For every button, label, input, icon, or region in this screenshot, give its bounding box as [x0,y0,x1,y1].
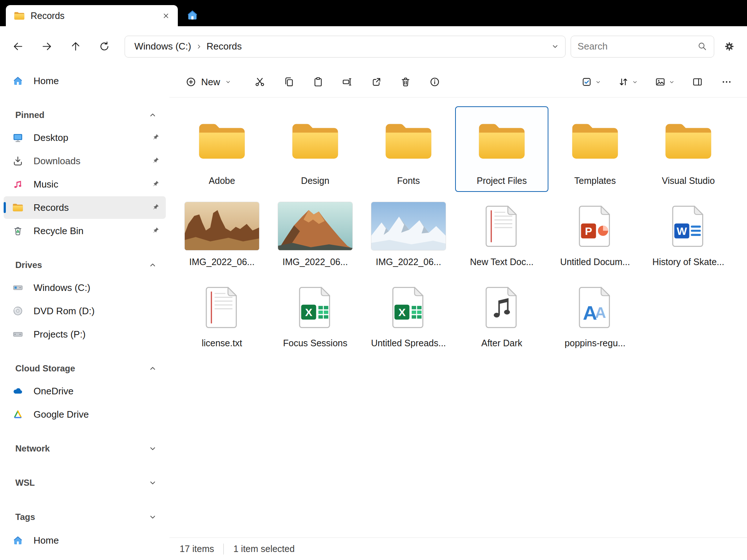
sidebar: Home Pinned Desktop Downloads Music Reco… [0,67,169,560]
file-tile[interactable]: IMG_2022_06... [175,195,269,273]
file-label: Fonts [397,176,420,186]
onedrive-icon [12,386,23,397]
forward-icon [41,41,52,52]
pin-icon [150,180,160,189]
file-tile[interactable]: IMG_2022_06... [269,195,362,273]
sidebar-item-records[interactable]: Records [4,196,166,219]
file-list: Adobe Design Fonts Project Files Templat… [169,98,747,537]
delete-button[interactable] [395,71,416,93]
chevron-down-icon [632,79,638,85]
file-tile-selected[interactable]: Project Files [455,106,548,192]
chevron-up-icon[interactable] [148,364,157,373]
forward-button[interactable] [36,36,58,58]
chevron-down-icon [225,79,231,85]
sidebar-item-home-bottom[interactable]: Home [4,529,166,552]
file-label: Adobe [209,176,235,186]
gear-icon [724,41,735,52]
chevron-up-icon[interactable] [148,261,157,269]
sidebar-item-projects-p[interactable]: Projects (P:) [4,323,166,346]
back-button[interactable] [7,36,29,58]
sidebar-item-downloads[interactable]: Downloads [4,150,166,172]
status-divider [223,544,224,555]
address-bar[interactable]: Windows (C:) Records [125,36,566,58]
chevron-up-icon[interactable] [148,111,157,119]
folder-icon [477,121,527,162]
file-tile[interactable]: IMG_2022_06... [362,195,455,273]
chevron-down-icon[interactable] [148,444,157,453]
address-dropdown-chevron-icon[interactable] [551,42,559,51]
file-tile[interactable]: Untitled Docum... [548,195,642,273]
file-label: poppins-regu... [565,338,626,348]
excel-file-icon [391,286,426,329]
cut-icon [254,76,265,87]
powerpoint-file-icon [577,205,613,248]
file-tile[interactable]: After Dark [455,276,548,354]
copy-icon [283,76,294,87]
file-tile[interactable]: New Text Doc... [455,195,548,273]
more-options-button[interactable] [716,71,738,93]
sidebar-item-dvd-rom[interactable]: DVD Rom (D:) [4,300,166,322]
sort-button[interactable] [614,71,642,93]
mountain-photo-thumbnail [278,202,352,250]
pin-icon [150,133,160,142]
breadcrumb-root[interactable]: Windows (C:) [132,40,193,53]
copy-button[interactable] [278,71,300,93]
file-tile[interactable]: Untitled Spreads... [362,276,455,354]
file-tile[interactable]: History of Skate... [642,195,735,273]
file-tile[interactable]: Visual Studio [642,106,735,192]
file-tile[interactable]: license.txt [175,276,269,354]
breadcrumb-current[interactable]: Records [204,40,244,53]
settings-button[interactable] [719,36,740,57]
chevron-down-icon[interactable] [148,513,157,521]
sidebar-item-music[interactable]: Music [4,173,166,196]
sidebar-section-cloud-storage[interactable]: Cloud Storage [4,357,166,380]
up-button[interactable] [65,36,87,58]
sidebar-section-wsl[interactable]: WSL [4,472,166,494]
home-icon [186,9,199,21]
details-pane-button[interactable] [687,71,708,93]
rename-button[interactable] [336,71,358,93]
file-tile[interactable]: Templates [548,106,642,192]
sidebar-item-recycle-bin[interactable]: Recycle Bin [4,220,166,242]
chevron-down-icon[interactable] [148,478,157,487]
search-input[interactable] [578,41,697,52]
file-tile[interactable]: poppins-regu... [548,276,642,354]
sort-icon [618,76,629,87]
sidebar-section-network[interactable]: Network [4,437,166,460]
file-label: History of Skate... [652,257,724,267]
new-button[interactable]: New [180,71,237,92]
file-tile[interactable]: Adobe [175,106,269,192]
new-button-label: New [201,76,220,88]
sidebar-item-google-drive[interactable]: Google Drive [4,403,166,426]
sidebar-item-windows-c[interactable]: Windows (C:) [4,276,166,299]
sidebar-section-pinned[interactable]: Pinned [4,104,166,126]
paste-button[interactable] [307,71,329,93]
sidebar-section-tags[interactable]: Tags [4,506,166,528]
view-button[interactable] [650,71,679,93]
explorer-tab[interactable]: Records [6,5,178,26]
more-icon [721,76,732,87]
tab-close-button[interactable] [159,9,173,23]
pin-icon [150,203,160,212]
snow-photo-thumbnail [371,202,446,250]
font-file-icon [577,286,613,329]
info-icon [429,76,440,87]
search-box[interactable] [571,36,714,58]
home-tab-button[interactable] [183,5,202,24]
sidebar-item-onedrive[interactable]: OneDrive [4,380,166,402]
sidebar-item-home[interactable]: Home [4,70,166,92]
file-tile[interactable]: Fonts [362,106,455,192]
select-button[interactable] [577,71,606,93]
trash-icon [400,76,411,87]
share-button[interactable] [365,71,387,93]
audio-file-icon [484,286,520,329]
file-label: Project Files [477,176,527,186]
cut-button[interactable] [249,71,271,93]
file-tile[interactable]: Focus Sessions [269,276,362,354]
sidebar-item-desktop[interactable]: Desktop [4,126,166,149]
file-tile[interactable]: Design [269,106,362,192]
sidebar-section-drives[interactable]: Drives [4,254,166,276]
info-button[interactable] [424,71,446,93]
pin-icon [150,226,160,236]
refresh-button[interactable] [94,36,116,58]
